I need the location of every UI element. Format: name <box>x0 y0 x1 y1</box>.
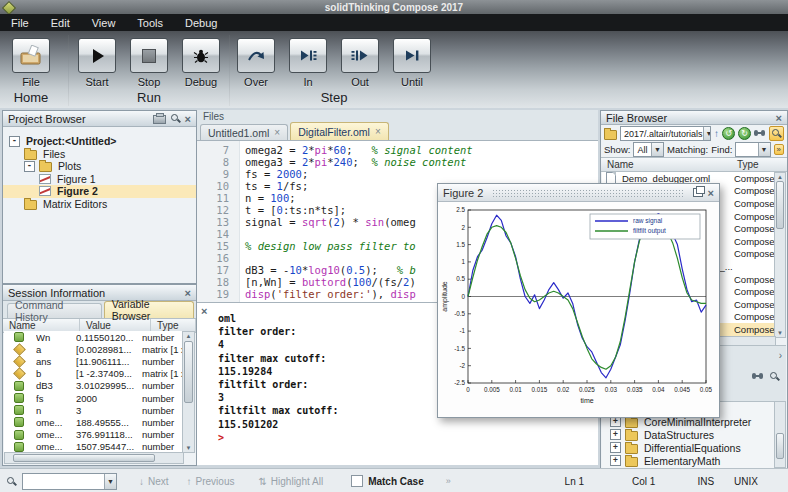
tab-close-icon[interactable]: × <box>375 127 381 137</box>
table-row[interactable]: Wn0.11550120...number <box>4 331 184 343</box>
figure-chart: 00.0050.010.0150.020.0250.030.0350.040.0… <box>438 202 717 416</box>
tab-digitalfilter[interactable]: DigitalFilter.oml × <box>290 122 389 140</box>
scrollbar-thumb[interactable] <box>776 433 784 459</box>
console-prompt[interactable]: > <box>197 432 598 445</box>
tree-item[interactable]: Matrix Editors <box>3 198 196 211</box>
step-over-button[interactable] <box>237 38 275 73</box>
tab-close-icon[interactable]: × <box>274 128 280 138</box>
close-icon[interactable]: × <box>185 288 191 298</box>
drag-grip[interactable] <box>492 189 683 197</box>
scroll-up-icon[interactable]: ▲ <box>183 333 194 339</box>
close-icon[interactable]: × <box>185 114 191 124</box>
find-next-button[interactable]: Next <box>148 476 169 487</box>
tree-item[interactable]: Figure 2 <box>3 185 196 198</box>
search-icon[interactable] <box>769 371 780 382</box>
path-value: 2017/.altair/tutorials <box>624 129 703 139</box>
scrollbar-thumb[interactable] <box>184 341 193 403</box>
binoculars-icon[interactable] <box>754 129 766 138</box>
binoculars-icon[interactable] <box>752 372 764 381</box>
figure-titlebar[interactable]: Figure 2 × <box>438 184 719 202</box>
step-until-button[interactable] <box>393 38 431 73</box>
match-case-label[interactable]: Match Case <box>368 476 424 487</box>
expand-icon[interactable]: + <box>610 442 621 453</box>
scrollbar-thumb[interactable] <box>776 181 784 229</box>
show-combobox[interactable]: All ▼ <box>633 142 664 157</box>
tree-item[interactable]: Files <box>3 148 196 161</box>
find-previous-button[interactable]: Previous <box>196 476 235 487</box>
highlight-all-button[interactable]: Highlight All <box>271 476 323 487</box>
figure-title: Figure 2 <box>443 187 483 199</box>
variable-name: dB3 <box>36 380 76 391</box>
table-row[interactable]: fs2000number <box>4 392 184 404</box>
start-button[interactable] <box>78 38 116 73</box>
chevrons-icon[interactable]: » <box>774 144 784 155</box>
search-icon[interactable] <box>170 113 181 124</box>
close-icon[interactable]: × <box>708 188 714 198</box>
expand-icon[interactable]: + <box>610 429 621 440</box>
column-type[interactable]: Type <box>737 159 787 170</box>
table-row[interactable]: n3number <box>4 404 184 416</box>
tree-item[interactable]: +DataStructures <box>602 428 776 441</box>
step-out-button[interactable] <box>341 38 379 73</box>
table-row[interactable]: ome...376.991118...number <box>4 429 184 441</box>
find-combobox[interactable]: ▼ <box>735 142 770 157</box>
chevron-down-icon[interactable]: ▼ <box>758 143 770 156</box>
menu-file[interactable]: File <box>0 14 40 31</box>
tree-item[interactable]: -Project:<Untitled> <box>3 135 196 148</box>
table-row[interactable]: b[1 -2.37409...matrix [1 x <box>4 368 184 380</box>
menu-edit[interactable]: Edit <box>40 14 81 31</box>
tree-item[interactable]: +ElementaryMath <box>602 454 776 467</box>
print-icon[interactable] <box>153 115 166 124</box>
vertical-scrollbar[interactable]: ▲ ▼ <box>182 331 195 453</box>
expand-icon[interactable]: + <box>610 455 621 466</box>
close-icon[interactable]: × <box>776 113 782 123</box>
table-row[interactable]: a[0.0028981...matrix [1 x <box>4 343 184 355</box>
scroll-down-icon[interactable]: ▼ <box>183 445 194 451</box>
scroll-up-icon[interactable]: ▲ <box>775 174 785 180</box>
path-combobox[interactable]: 2017/.altair/tutorials ▼ <box>620 126 711 141</box>
stop-button[interactable] <box>130 38 168 73</box>
active-search-button[interactable] <box>769 126 784 142</box>
vertical-scrollbar[interactable]: ▲ ▼ <box>774 172 786 338</box>
tab-variable-browser[interactable]: Variable Browser <box>104 301 194 318</box>
table-row[interactable]: dB33.01029995...number <box>4 380 184 392</box>
tree-item[interactable]: +DifferentialEquations <box>602 441 776 454</box>
restore-icon[interactable] <box>693 188 703 197</box>
variable-value: 3 <box>76 405 142 416</box>
tree-item[interactable]: -Plots <box>3 160 196 173</box>
menu-tools[interactable]: Tools <box>126 14 174 31</box>
tab-untitled1[interactable]: Untitled1.oml × <box>200 124 288 140</box>
menu-view[interactable]: View <box>81 14 127 31</box>
collapse-icon[interactable]: - <box>24 161 35 172</box>
scroll-down-icon[interactable]: ▼ <box>775 330 785 336</box>
forward-icon[interactable]: ↻ <box>738 127 751 140</box>
table-row[interactable]: ome...188.49555...number <box>4 416 184 428</box>
up-directory-icon[interactable]: ↑ <box>714 129 719 139</box>
chevron-right-icon[interactable]: › <box>779 350 782 361</box>
file-button[interactable] <box>12 38 50 73</box>
tab-command-history[interactable]: Command History <box>7 303 102 318</box>
y-tick-label: 0 <box>461 293 465 300</box>
table-row[interactable]: ans[11.906111...number <box>4 355 184 367</box>
match-case-checkbox[interactable] <box>351 475 363 487</box>
debug-button[interactable] <box>182 38 220 73</box>
find-input[interactable]: ▼ <box>22 473 117 490</box>
project-tree[interactable]: -Project:<Untitled>Files-PlotsFigure 1Fi… <box>3 127 196 210</box>
collapse-icon[interactable]: - <box>9 136 20 147</box>
chevron-down-icon[interactable]: ▼ <box>104 474 116 489</box>
menu-debug[interactable]: Debug <box>174 14 228 31</box>
tree-item[interactable]: Figure 1 <box>3 173 196 186</box>
vertical-scrollbar[interactable] <box>774 401 786 468</box>
window-titlebar[interactable]: solidThinking Compose 2017 <box>0 0 788 15</box>
scrollbar-thumb[interactable] <box>13 454 155 462</box>
figure-window[interactable]: Figure 2 × 00.0050.010.0150.020.0250.030… <box>437 183 720 418</box>
variable-table-body[interactable]: Wn0.11550120...numbera[0.0028981...matri… <box>4 331 184 453</box>
chevrons-icon[interactable]: » <box>446 476 451 486</box>
column-name[interactable]: Name <box>601 159 737 170</box>
chevron-down-icon[interactable]: ▼ <box>703 127 711 140</box>
step-in-button[interactable] <box>289 38 327 73</box>
chevron-down-icon[interactable]: ▼ <box>651 143 663 156</box>
horizontal-scrollbar[interactable] <box>4 452 184 464</box>
back-icon[interactable]: ↺ <box>722 127 735 140</box>
number-icon <box>14 381 24 391</box>
